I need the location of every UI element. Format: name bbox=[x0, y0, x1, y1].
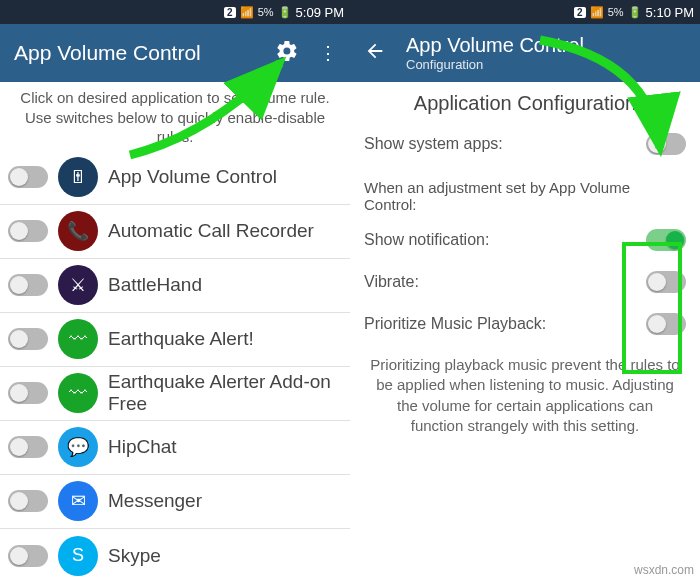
battery-icon: 🔋 bbox=[628, 6, 642, 19]
app-icon: 🎚 bbox=[58, 157, 98, 197]
app-title: App Volume Control bbox=[406, 34, 686, 57]
list-item[interactable]: SSkype bbox=[0, 529, 350, 583]
toggle-vibrate[interactable] bbox=[646, 271, 686, 293]
app-icon: 〰 bbox=[58, 319, 98, 359]
sim-indicator: 2 bbox=[574, 7, 586, 18]
toggle-show-notification[interactable] bbox=[646, 229, 686, 251]
list-item[interactable]: ⚔BattleHand bbox=[0, 259, 350, 313]
back-icon[interactable] bbox=[364, 40, 386, 66]
row-vibrate[interactable]: Vibrate: bbox=[350, 261, 700, 303]
row-show-system-apps[interactable]: Show system apps: bbox=[350, 123, 700, 165]
clock: 5:10 PM bbox=[646, 5, 694, 20]
app-icon: 〰 bbox=[58, 373, 98, 413]
app-name: BattleHand bbox=[108, 274, 202, 296]
battery-pct: 5% bbox=[258, 6, 274, 18]
list-item[interactable]: ✉Messenger bbox=[0, 475, 350, 529]
list-item[interactable]: 〰Earthquake Alert! bbox=[0, 313, 350, 367]
app-title: App Volume Control bbox=[14, 41, 255, 65]
app-bar: App Volume Control ⋮ bbox=[0, 24, 350, 82]
app-name: Skype bbox=[108, 545, 161, 567]
label: Show notification: bbox=[364, 231, 646, 249]
toggle-app[interactable] bbox=[8, 328, 48, 350]
help-text: Prioritizing playback music prevent the … bbox=[350, 345, 700, 446]
sim-indicator: 2 bbox=[224, 7, 236, 18]
list-item[interactable]: 📞Automatic Call Recorder bbox=[0, 205, 350, 259]
overflow-menu-icon[interactable]: ⋮ bbox=[319, 42, 336, 64]
app-icon: ⚔ bbox=[58, 265, 98, 305]
toggle-app[interactable] bbox=[8, 436, 48, 458]
app-name: Earthquake Alerter Add-on Free bbox=[108, 371, 342, 415]
toggle-app[interactable] bbox=[8, 220, 48, 242]
app-name: HipChat bbox=[108, 436, 177, 458]
toggle-app[interactable] bbox=[8, 274, 48, 296]
row-prioritize-music[interactable]: Prioritize Music Playback: bbox=[350, 303, 700, 345]
row-show-notification[interactable]: Show notification: bbox=[350, 219, 700, 261]
label: Vibrate: bbox=[364, 273, 646, 291]
toggle-app[interactable] bbox=[8, 166, 48, 188]
status-bar: 2 📶 5% 🔋 5:10 PM bbox=[350, 0, 700, 24]
battery-icon: 🔋 bbox=[278, 6, 292, 19]
app-icon: 📞 bbox=[58, 211, 98, 251]
toggle-show-system-apps[interactable] bbox=[646, 133, 686, 155]
group-label: When an adjustment set by App Volume Con… bbox=[350, 165, 700, 219]
app-icon: 💬 bbox=[58, 427, 98, 467]
app-bar: App Volume Control Configuration bbox=[350, 24, 700, 82]
toggle-app[interactable] bbox=[8, 545, 48, 567]
clock: 5:09 PM bbox=[296, 5, 344, 20]
battery-pct: 5% bbox=[608, 6, 624, 18]
app-name: App Volume Control bbox=[108, 166, 277, 188]
signal-icon: 📶 bbox=[240, 6, 254, 19]
screen-app-list: 2 📶 5% 🔋 5:09 PM App Volume Control ⋮ Cl… bbox=[0, 0, 350, 583]
label: Prioritize Music Playback: bbox=[364, 315, 646, 333]
app-subtitle: Configuration bbox=[406, 57, 686, 72]
app-name: Automatic Call Recorder bbox=[108, 220, 314, 242]
list-item[interactable]: 🎚App Volume Control bbox=[0, 151, 350, 205]
label: Show system apps: bbox=[364, 135, 646, 153]
list-item[interactable]: 💬HipChat bbox=[0, 421, 350, 475]
app-icon: ✉ bbox=[58, 481, 98, 521]
list-item[interactable]: 〰Earthquake Alerter Add-on Free bbox=[0, 367, 350, 421]
section-title: Application Configuration bbox=[350, 82, 700, 123]
toggle-app[interactable] bbox=[8, 490, 48, 512]
status-bar: 2 📶 5% 🔋 5:09 PM bbox=[0, 0, 350, 24]
app-icon: S bbox=[58, 536, 98, 576]
instructions-text: Click on desired application to set volu… bbox=[0, 82, 350, 151]
settings-icon[interactable] bbox=[275, 39, 299, 67]
watermark: wsxdn.com bbox=[634, 563, 694, 577]
app-list: 🎚App Volume Control📞Automatic Call Recor… bbox=[0, 151, 350, 584]
app-name: Messenger bbox=[108, 490, 202, 512]
screen-configuration: 2 📶 5% 🔋 5:10 PM App Volume Control Conf… bbox=[350, 0, 700, 583]
signal-icon: 📶 bbox=[590, 6, 604, 19]
toggle-prioritize-music[interactable] bbox=[646, 313, 686, 335]
app-name: Earthquake Alert! bbox=[108, 328, 254, 350]
toggle-app[interactable] bbox=[8, 382, 48, 404]
